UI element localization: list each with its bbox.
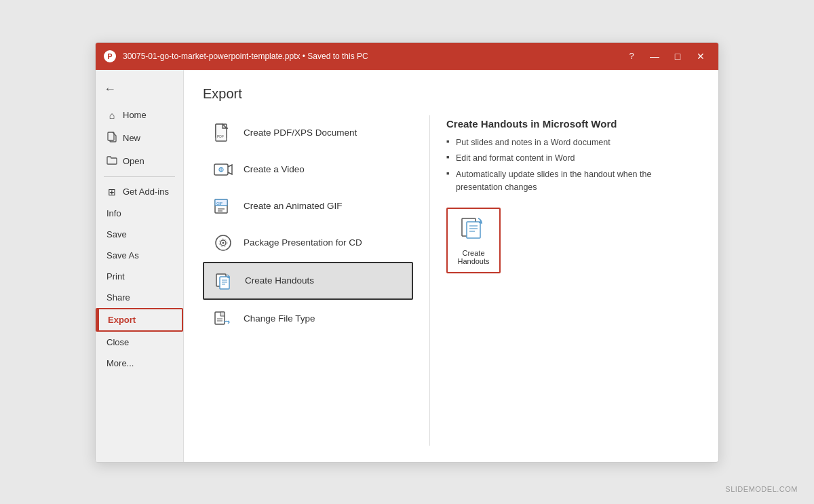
help-icon[interactable]: ? <box>622 47 641 66</box>
application-window: P 30075-01-go-to-market-powerpoint-templ… <box>95 42 719 463</box>
gif-icon: GIF <box>212 195 234 217</box>
open-icon <box>106 155 117 167</box>
sidebar-item-home[interactable]: ⌂ Home <box>96 104 183 126</box>
sidebar-item-close-label: Close <box>106 337 129 347</box>
svg-rect-24 <box>467 222 480 238</box>
add-ins-icon: ⊞ <box>106 187 117 197</box>
export-menu-item-cd[interactable]: Package Presentation for CD <box>203 225 413 260</box>
content-area: ← ⌂ Home New <box>96 70 718 462</box>
svg-point-13 <box>222 241 225 244</box>
sidebar-item-get-add-ins[interactable]: ⊞ Get Add-ins <box>96 181 183 203</box>
new-icon <box>106 132 117 144</box>
close-button[interactable]: ✕ <box>691 47 710 66</box>
sidebar-item-get-add-ins-label: Get Add-ins <box>123 187 169 197</box>
export-menu-item-filetype[interactable]: Change File Type <box>203 301 413 336</box>
svg-text:GIF: GIF <box>216 201 223 206</box>
create-handouts-button[interactable]: Create Handouts <box>446 208 501 273</box>
title-bar-text: 30075-01-go-to-market-powerpoint-templat… <box>123 52 622 61</box>
filetype-icon <box>212 308 234 330</box>
export-menu: PDF Create PDF/XPS Document <box>203 115 413 446</box>
sidebar-item-new[interactable]: New <box>96 126 183 150</box>
sidebar-item-save-as-label: Save As <box>106 250 139 260</box>
create-handouts-button-wrapper: Create Handouts <box>446 208 501 273</box>
sidebar-divider <box>104 176 175 177</box>
sidebar-item-share[interactable]: Share <box>96 287 183 308</box>
create-handouts-label: Create Handouts <box>457 249 489 265</box>
export-right-bullets: Put slides and notes in a Word document … <box>446 136 699 194</box>
minimize-button[interactable]: — <box>645 47 664 66</box>
sidebar-item-more[interactable]: More... <box>96 353 183 374</box>
sidebar-item-open[interactable]: Open <box>96 150 183 172</box>
watermark: SLIDEMODEL.COM <box>725 485 798 493</box>
sidebar: ← ⌂ Home New <box>96 70 184 462</box>
export-menu-item-gif-label: Create an Animated GIF <box>244 201 343 211</box>
cd-icon <box>212 232 234 254</box>
export-panel-divider <box>429 115 430 446</box>
pdf-icon: PDF <box>212 122 234 144</box>
export-right-title: Create Handouts in Microsoft Word <box>446 118 699 130</box>
home-icon: ⌂ <box>106 110 117 121</box>
video-icon <box>212 159 234 180</box>
export-menu-item-pdf[interactable]: PDF Create PDF/XPS Document <box>203 115 413 151</box>
sidebar-item-print-label: Print <box>106 271 125 282</box>
title-bar: P 30075-01-go-to-market-powerpoint-templ… <box>96 43 718 70</box>
export-right-panel: Create Handouts in Microsoft Word Put sl… <box>446 115 699 446</box>
sidebar-item-print[interactable]: Print <box>96 266 183 287</box>
export-title: Export <box>203 86 699 102</box>
bullet-3: Automatically update slides in the hando… <box>446 168 699 194</box>
sidebar-item-home-label: Home <box>123 110 147 120</box>
handouts-menu-icon <box>214 270 235 292</box>
sidebar-item-info-label: Info <box>106 208 121 218</box>
maximize-button[interactable]: □ <box>668 47 687 66</box>
svg-rect-16 <box>220 277 229 289</box>
export-content: PDF Create PDF/XPS Document <box>203 115 699 446</box>
export-menu-item-handouts[interactable]: Create Handouts <box>203 262 413 300</box>
window-controls: ? — □ ✕ <box>622 47 710 66</box>
sidebar-item-new-label: New <box>123 133 140 143</box>
sidebar-item-save-as[interactable]: Save As <box>96 245 183 266</box>
export-menu-item-gif[interactable]: GIF Create an Animated GIF <box>203 189 413 224</box>
sidebar-item-open-label: Open <box>123 156 144 166</box>
export-menu-item-video[interactable]: Create a Video <box>203 152 413 187</box>
main-panel: Export PDF <box>184 70 718 462</box>
sidebar-item-info[interactable]: Info <box>96 203 183 224</box>
sidebar-item-save[interactable]: Save <box>96 224 183 245</box>
sidebar-item-share-label: Share <box>106 292 130 303</box>
sidebar-item-export[interactable]: Export <box>96 308 183 332</box>
export-menu-item-filetype-label: Change File Type <box>244 313 315 324</box>
export-menu-item-pdf-label: Create PDF/XPS Document <box>244 128 357 138</box>
svg-text:PDF: PDF <box>217 134 224 138</box>
sidebar-item-save-label: Save <box>106 229 127 239</box>
export-menu-item-handouts-label: Create Handouts <box>245 275 314 286</box>
export-menu-item-cd-label: Package Presentation for CD <box>244 237 362 248</box>
sidebar-item-more-label: More... <box>106 358 134 368</box>
bullet-1: Put slides and notes in a Word document <box>446 136 699 149</box>
app-icon: P <box>104 50 116 62</box>
bullet-2: Edit and format content in Word <box>446 152 699 165</box>
sidebar-item-export-label: Export <box>108 315 136 325</box>
svg-rect-0 <box>108 132 114 140</box>
sidebar-item-close[interactable]: Close <box>96 332 183 353</box>
back-button[interactable]: ← <box>96 77 183 102</box>
create-handouts-icon <box>461 216 486 245</box>
export-menu-item-video-label: Create a Video <box>244 164 305 174</box>
